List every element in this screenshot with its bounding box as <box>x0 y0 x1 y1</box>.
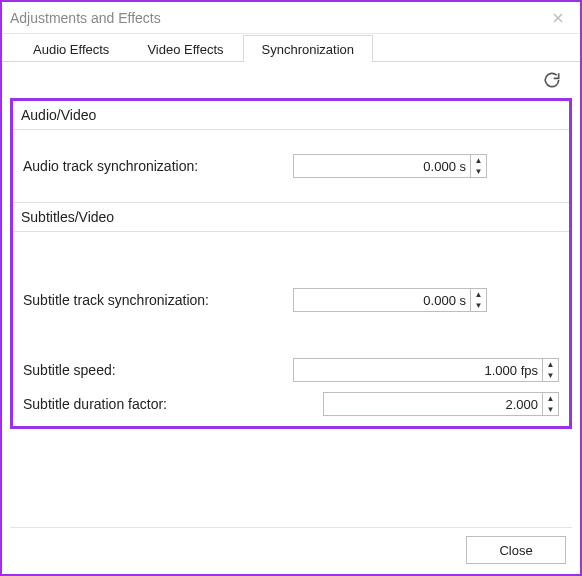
audio-sync-spin-buttons: ▲ ▼ <box>470 155 486 177</box>
label-subtitle-sync: Subtitle track synchronization: <box>23 292 293 308</box>
subtitle-duration-stepper[interactable]: ▲ ▼ <box>323 392 559 416</box>
subtitle-sync-stepper[interactable]: ▲ ▼ <box>293 288 487 312</box>
subtitle-duration-input[interactable] <box>324 393 542 415</box>
toolbar <box>2 62 580 98</box>
chevron-up-icon[interactable]: ▲ <box>543 359 558 370</box>
chevron-up-icon[interactable]: ▲ <box>543 393 558 404</box>
subtitle-sync-input[interactable] <box>294 289 470 311</box>
tab-synchronization[interactable]: Synchronization <box>243 35 374 62</box>
window-title: Adjustments and Effects <box>10 10 544 26</box>
subtitle-sync-spin-buttons: ▲ ▼ <box>470 289 486 311</box>
group-body-subtitle-extra: Subtitle speed: ▲ ▼ Subtitle duration fa… <box>13 358 569 426</box>
chevron-up-icon[interactable]: ▲ <box>471 289 486 300</box>
tab-bar: Audio Effects Video Effects Synchronizat… <box>2 34 580 62</box>
subtitle-duration-spin-buttons: ▲ ▼ <box>542 393 558 415</box>
close-button[interactable]: Close <box>466 536 566 564</box>
refresh-icon[interactable] <box>542 70 562 90</box>
chevron-down-icon[interactable]: ▼ <box>543 370 558 381</box>
subtitle-speed-spin-buttons: ▲ ▼ <box>542 359 558 381</box>
titlebar: Adjustments and Effects <box>2 2 580 34</box>
label-audio-sync: Audio track synchronization: <box>23 158 293 174</box>
row-subtitle-sync: Subtitle track synchronization: ▲ ▼ <box>23 288 559 312</box>
group-header-subtitles-video: Subtitles/Video <box>13 202 569 232</box>
label-subtitle-duration: Subtitle duration factor: <box>23 396 323 412</box>
audio-sync-stepper[interactable]: ▲ ▼ <box>293 154 487 178</box>
close-icon[interactable] <box>544 7 572 29</box>
tab-video-effects[interactable]: Video Effects <box>128 35 242 62</box>
footer: Close <box>466 536 566 564</box>
chevron-down-icon[interactable]: ▼ <box>471 300 486 311</box>
group-body-subtitles-video: Subtitle track synchronization: ▲ ▼ <box>13 232 569 358</box>
subtitle-speed-input[interactable] <box>294 359 542 381</box>
group-header-audio-video: Audio/Video <box>13 101 569 130</box>
group-body-audio-video: Audio track synchronization: ▲ ▼ <box>13 130 569 202</box>
chevron-down-icon[interactable]: ▼ <box>543 404 558 415</box>
chevron-down-icon[interactable]: ▼ <box>471 166 486 177</box>
label-subtitle-speed: Subtitle speed: <box>23 362 293 378</box>
tab-audio-effects[interactable]: Audio Effects <box>14 35 128 62</box>
row-subtitle-duration: Subtitle duration factor: ▲ ▼ <box>23 392 559 416</box>
row-audio-sync: Audio track synchronization: ▲ ▼ <box>23 154 559 178</box>
footer-separator <box>10 527 572 528</box>
chevron-up-icon[interactable]: ▲ <box>471 155 486 166</box>
sync-panel: Audio/Video Audio track synchronization:… <box>10 98 572 429</box>
row-subtitle-speed: Subtitle speed: ▲ ▼ <box>23 358 559 382</box>
subtitle-speed-stepper[interactable]: ▲ ▼ <box>293 358 559 382</box>
audio-sync-input[interactable] <box>294 155 470 177</box>
